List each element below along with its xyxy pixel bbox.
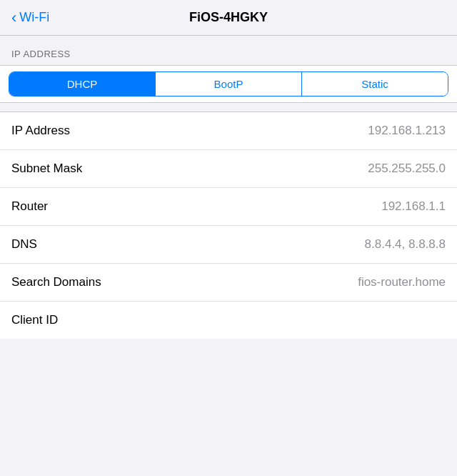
row-value-ip-address: 192.168.1.213 bbox=[368, 124, 446, 138]
row-value-dns: 8.8.4.4, 8.8.8.8 bbox=[365, 237, 446, 252]
row-label-subnet-mask: Subnet Mask bbox=[11, 162, 82, 176]
seg-static[interactable]: Static bbox=[302, 72, 448, 96]
segmented-control-wrapper: DHCP BootP Static bbox=[0, 65, 457, 103]
table-row: Client ID bbox=[0, 302, 457, 339]
row-value-subnet-mask: 255.255.255.0 bbox=[368, 162, 446, 176]
back-label: Wi-Fi bbox=[19, 10, 49, 25]
navigation-bar: ‹ Wi-Fi FiOS-4HGKY bbox=[0, 0, 457, 36]
table-row: Search Domains fios-router.home bbox=[0, 264, 457, 302]
row-label-client-id: Client ID bbox=[11, 313, 58, 327]
row-label-router: Router bbox=[11, 199, 48, 214]
section-header: IP ADDRESS bbox=[0, 36, 457, 65]
table-row: Router 192.168.1.1 bbox=[0, 188, 457, 226]
seg-dhcp[interactable]: DHCP bbox=[9, 72, 156, 96]
seg-bootp[interactable]: BootP bbox=[156, 72, 302, 96]
row-value-router: 192.168.1.1 bbox=[381, 199, 446, 214]
row-label-ip-address: IP Address bbox=[11, 124, 70, 138]
table-row: DNS 8.8.4.4, 8.8.8.8 bbox=[0, 226, 457, 264]
ip-mode-segmented-control: DHCP BootP Static bbox=[9, 71, 448, 96]
back-button[interactable]: ‹ Wi-Fi bbox=[11, 10, 49, 26]
table-row: IP Address 192.168.1.213 bbox=[0, 112, 457, 150]
page-title: FiOS-4HGKY bbox=[189, 10, 268, 25]
chevron-left-icon: ‹ bbox=[11, 10, 16, 26]
table-row: Subnet Mask 255.255.255.0 bbox=[0, 150, 457, 188]
row-value-search-domains: fios-router.home bbox=[358, 275, 446, 289]
ip-info-table: IP Address 192.168.1.213 Subnet Mask 255… bbox=[0, 111, 457, 339]
row-label-search-domains: Search Domains bbox=[11, 275, 101, 289]
row-label-dns: DNS bbox=[11, 237, 37, 252]
